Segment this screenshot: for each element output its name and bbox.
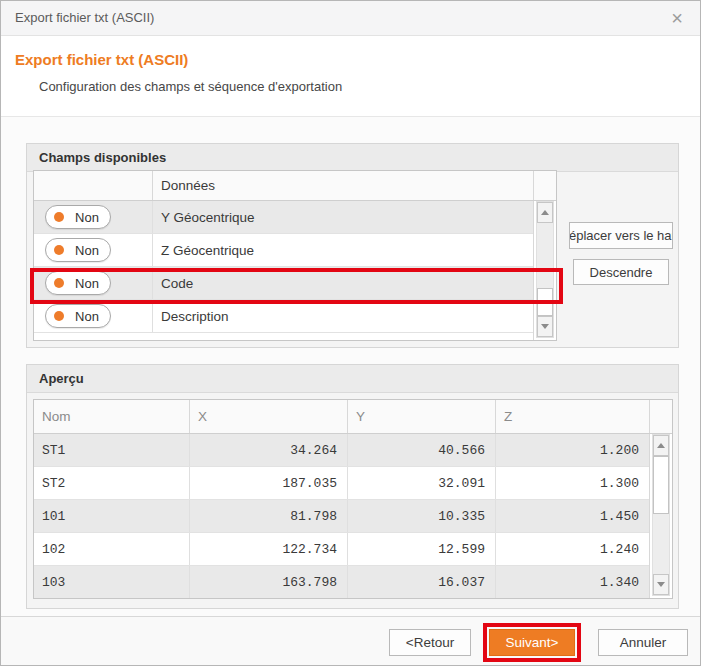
field-row-z-geocentrique[interactable]: Non Z Géocentrique <box>34 234 533 267</box>
scrollbar-track[interactable] <box>653 456 669 574</box>
fields-table-header: Données <box>34 171 556 201</box>
scroll-up-button[interactable] <box>653 435 669 456</box>
field-row-y-geocentrique[interactable]: Non Y Géocentrique <box>34 201 533 234</box>
page-title: Export fichier txt (ASCII) <box>15 51 188 68</box>
preview-header-z: Z <box>495 400 649 433</box>
next-button[interactable]: Suivant> <box>489 629 575 656</box>
title-bar: Export fichier txt (ASCII) × <box>1 1 700 36</box>
scroll-down-icon <box>541 324 549 329</box>
close-icon: × <box>671 7 683 30</box>
fields-header-donnees: Données <box>152 171 533 200</box>
field-label: Y Géocentrique <box>152 201 533 233</box>
preview-row-102[interactable]: 102 122.734 12.599 1.240 <box>34 533 649 566</box>
preview-table: Nom X Y Z ST1 34.264 40.566 1.200 <box>33 399 673 599</box>
toggle-dot-icon <box>54 212 64 222</box>
move-up-button[interactable]: Déplacer vers le haut <box>569 222 673 249</box>
page-subtitle: Configuration des champs et séquence d'e… <box>39 79 342 94</box>
field-label: Description <box>152 300 533 332</box>
preview-row-st1[interactable]: ST1 34.264 40.566 1.200 <box>34 434 649 467</box>
scroll-down-button[interactable] <box>537 316 553 337</box>
preview-scroll-zone <box>650 434 672 598</box>
preview-groupbox: Aperçu Nom X Y Z ST1 34.264 40.566 1. <box>26 364 679 609</box>
wizard-header: Export fichier txt (ASCII) Configuration… <box>1 36 700 117</box>
window-title: Export fichier txt (ASCII) <box>15 10 154 25</box>
fields-rows: Non Y Géocentrique Non Z Géocentrique No… <box>34 201 534 340</box>
toggle-non-button[interactable]: Non <box>45 205 111 229</box>
preview-table-header: Nom X Y Z <box>34 400 672 434</box>
preview-row-101[interactable]: 101 81.798 10.335 1.450 <box>34 500 649 533</box>
toggle-dot-icon <box>54 278 64 288</box>
fields-scrollbar[interactable] <box>536 201 554 338</box>
scrollbar-thumb[interactable] <box>537 288 553 316</box>
toggle-non-button[interactable]: Non <box>45 304 111 328</box>
scroll-up-icon <box>657 443 665 448</box>
cancel-button[interactable]: Annuler <box>598 629 688 656</box>
toggle-non-button[interactable]: Non <box>45 238 111 262</box>
preview-scrollbar[interactable] <box>652 434 670 596</box>
move-down-button[interactable]: Descendre <box>573 259 669 285</box>
fields-table: Données Non Y Géocentrique Non Z Géocent… <box>33 170 557 341</box>
field-row-description[interactable]: Non Description <box>34 300 533 333</box>
preview-row-103[interactable]: 103 163.798 16.037 1.340 <box>34 566 649 598</box>
scroll-up-button[interactable] <box>537 202 553 223</box>
toggle-dot-icon <box>54 311 64 321</box>
preview-rows: ST1 34.264 40.566 1.200 ST2 187.035 32.0… <box>34 434 650 598</box>
preview-header-pad <box>650 400 672 433</box>
preview-header-x: X <box>189 400 347 433</box>
toggle-dot-icon <box>54 245 64 255</box>
field-row-code[interactable]: Non Code <box>34 267 533 300</box>
preview-header-nom: Nom <box>34 400 189 433</box>
export-dialog: Export fichier txt (ASCII) × Export fich… <box>0 0 701 666</box>
scrollbar-track[interactable] <box>537 223 553 316</box>
toggle-non-button[interactable]: Non <box>45 271 111 295</box>
fields-header-toggle-column <box>34 171 152 200</box>
fields-scroll-zone <box>534 201 556 340</box>
back-button[interactable]: <Retour <box>389 629 471 656</box>
scroll-down-button[interactable] <box>653 574 669 595</box>
field-label: Z Géocentrique <box>152 234 533 266</box>
preview-row-st2[interactable]: ST2 187.035 32.091 1.300 <box>34 467 649 500</box>
fields-header-pad <box>534 171 556 200</box>
close-button[interactable]: × <box>664 5 690 31</box>
preview-groupbox-title: Aperçu <box>27 365 678 393</box>
scroll-down-icon <box>657 582 665 587</box>
scrollbar-thumb[interactable] <box>653 456 669 514</box>
preview-header-y: Y <box>347 400 495 433</box>
fields-groupbox-title: Champs disponibles <box>27 144 678 172</box>
scroll-up-icon <box>541 210 549 215</box>
footer-bar <box>1 616 700 665</box>
field-label: Code <box>152 267 533 299</box>
